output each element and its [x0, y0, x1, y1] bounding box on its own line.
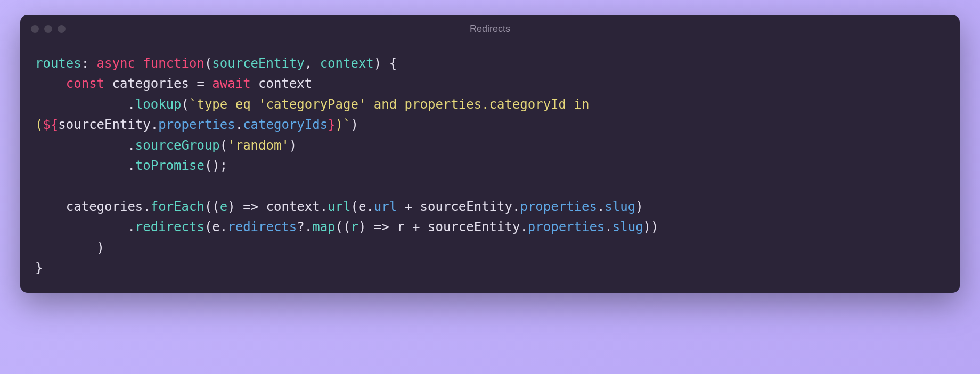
- code-token: (: [205, 219, 212, 234]
- code-token: `: [343, 117, 350, 132]
- code-token: sourceEntity: [212, 56, 304, 71]
- code-token: ): [635, 199, 643, 214]
- code-token: toPromise: [135, 158, 205, 173]
- code-token: function: [143, 56, 205, 71]
- code-token: .: [605, 219, 612, 234]
- code-token: sourceEntity: [428, 219, 520, 234]
- code-token: slug: [612, 219, 643, 234]
- code-token: context: [320, 56, 374, 71]
- code-window: Redirects routes: async function(sourceE…: [20, 15, 960, 293]
- code-token: url: [374, 199, 397, 214]
- code-token: categories: [112, 76, 190, 91]
- maximize-icon[interactable]: [58, 25, 66, 33]
- code-token: }: [328, 117, 335, 132]
- code-token: e: [358, 199, 366, 214]
- code-token: redirects: [227, 219, 297, 234]
- code-token: sourceEntity: [420, 199, 512, 214]
- code-token: [35, 97, 127, 112]
- code-token: context: [266, 199, 320, 214]
- code-token: ): [289, 138, 297, 153]
- code-token: async: [97, 56, 135, 71]
- code-token: [35, 158, 127, 173]
- code-token: .: [127, 97, 135, 112]
- code-token: .: [220, 219, 227, 234]
- code-token: +: [405, 219, 428, 234]
- code-token: e: [220, 199, 227, 214]
- code-token: redirects: [135, 219, 205, 234]
- code-token: )): [643, 219, 659, 234]
- code-token: ((: [205, 199, 220, 214]
- code-token: .: [597, 199, 605, 214]
- code-token: type eq 'categoryPage' and properties.ca…: [197, 97, 597, 112]
- code-token: const: [66, 76, 104, 91]
- code-token: url: [328, 199, 350, 214]
- code-token: .: [520, 219, 527, 234]
- code-token: .: [305, 219, 312, 234]
- code-token: [35, 219, 127, 234]
- code-token: ((: [336, 219, 351, 234]
- code-token: properties: [528, 219, 605, 234]
- code-token: .: [235, 117, 243, 132]
- code-token: forEach: [151, 199, 205, 214]
- code-token: (: [182, 97, 189, 112]
- code-token: .: [320, 199, 328, 214]
- window-title: Redirects: [470, 23, 510, 35]
- code-token: [35, 199, 66, 214]
- code-token: ): [350, 117, 358, 132]
- close-icon[interactable]: [31, 25, 39, 33]
- code-token: ) {: [374, 56, 397, 71]
- code-token: ) =>: [227, 199, 266, 214]
- code-token: [35, 138, 127, 153]
- code-token: categories: [66, 199, 143, 214]
- code-token: sourceEntity: [58, 117, 150, 132]
- code-token: ();: [205, 158, 227, 173]
- code-token: slug: [605, 199, 635, 214]
- code-token: categoryIds: [243, 117, 328, 132]
- code-token: +: [397, 199, 420, 214]
- code-token: context: [258, 76, 312, 91]
- code-token: =: [189, 76, 212, 91]
- traffic-lights: [31, 25, 66, 33]
- code-token: .: [512, 199, 520, 214]
- code-token: map: [312, 219, 335, 234]
- code-token: .: [366, 199, 373, 214]
- code-token: [35, 76, 66, 91]
- code-token: properties: [520, 199, 597, 214]
- code-token: lookup: [135, 97, 182, 112]
- code-token: [104, 76, 112, 91]
- code-token: ,: [305, 56, 320, 71]
- minimize-icon[interactable]: [44, 25, 52, 33]
- code-token: ): [97, 240, 104, 255]
- code-token: .: [127, 219, 135, 234]
- code-token: (: [350, 199, 358, 214]
- code-token: await: [212, 76, 250, 91]
- code-token: ?: [297, 219, 304, 234]
- code-token: sourceGroup: [135, 138, 220, 153]
- code-block[interactable]: routes: async function(sourceEntity, con…: [20, 43, 960, 293]
- code-token: properties: [158, 117, 235, 132]
- code-token: (: [220, 138, 227, 153]
- code-token: [135, 56, 143, 71]
- code-token: routes: [35, 56, 81, 71]
- code-token: :: [81, 56, 97, 71]
- code-token: .: [127, 138, 135, 153]
- code-token: [35, 240, 97, 255]
- code-token: 'random': [227, 138, 289, 153]
- code-token: ${: [43, 117, 58, 132]
- code-token: .: [143, 199, 150, 214]
- code-token: e: [212, 219, 219, 234]
- code-token: `: [189, 97, 197, 112]
- code-token: }: [35, 261, 43, 275]
- code-token: r: [350, 219, 358, 234]
- code-token: ) =>: [358, 219, 397, 234]
- code-token: [251, 76, 258, 91]
- code-token: .: [151, 117, 158, 132]
- code-token: r: [397, 219, 404, 234]
- code-token: (: [35, 117, 43, 132]
- code-token: (: [205, 56, 212, 71]
- code-token: .: [127, 158, 135, 173]
- titlebar: Redirects: [20, 15, 960, 43]
- code-token: ): [336, 117, 343, 132]
